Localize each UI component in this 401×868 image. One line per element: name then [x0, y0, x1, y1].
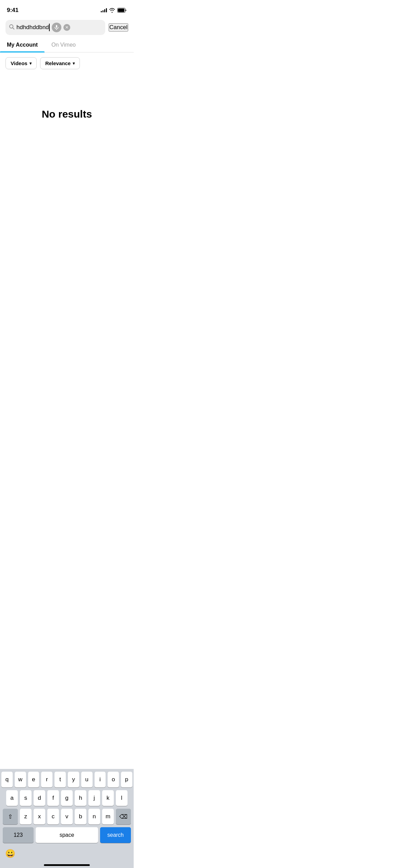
no-results-container: No results	[0, 74, 134, 154]
no-results-text: No results	[42, 108, 92, 120]
svg-line-3	[13, 28, 14, 29]
search-input-wrapper[interactable]: hdhdhddbnd ✕	[5, 20, 105, 35]
tabs-container: My Account On Vimeo	[0, 38, 134, 52]
text-cursor	[49, 24, 50, 31]
voice-button[interactable]	[52, 23, 61, 32]
status-icons	[101, 8, 127, 13]
battery-icon	[117, 8, 127, 13]
signal-icon	[101, 8, 107, 12]
filter-videos-button[interactable]: Videos ▾	[5, 57, 37, 69]
filter-relevance-button[interactable]: Relevance ▾	[40, 57, 80, 69]
search-icon	[9, 24, 14, 31]
tab-my-account[interactable]: My Account	[0, 38, 45, 52]
chevron-down-icon: ▾	[73, 61, 75, 66]
svg-rect-4	[56, 25, 57, 28]
search-input[interactable]: hdhdhddbnd	[16, 24, 50, 31]
wifi-icon	[109, 8, 115, 13]
search-value: hdhdhddbnd	[16, 24, 49, 31]
clear-button[interactable]: ✕	[63, 24, 70, 31]
cancel-button[interactable]: Cancel	[109, 23, 128, 32]
search-bar-container: hdhdhddbnd ✕ Cancel	[0, 17, 134, 38]
status-time: 9:41	[7, 7, 19, 14]
chevron-down-icon: ▾	[29, 61, 32, 66]
filter-row: Videos ▾ Relevance ▾	[0, 52, 134, 74]
svg-rect-1	[118, 9, 124, 12]
tab-on-vimeo[interactable]: On Vimeo	[45, 38, 83, 52]
status-bar: 9:41	[0, 0, 134, 17]
